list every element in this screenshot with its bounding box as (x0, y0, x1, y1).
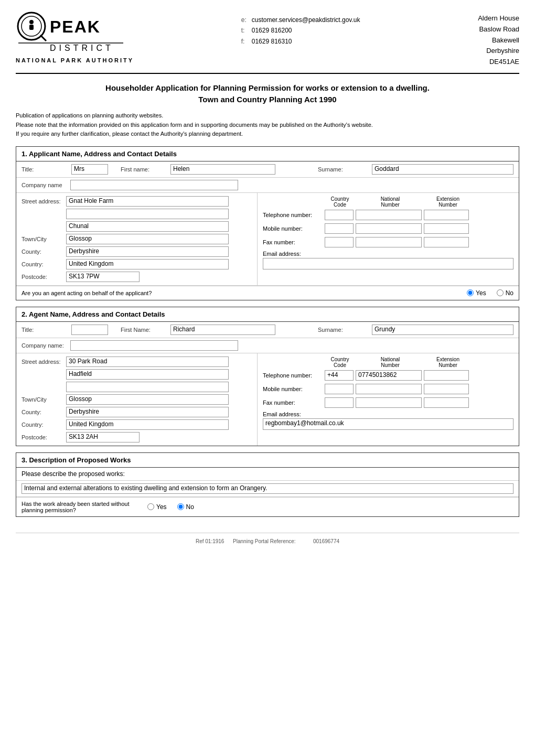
s2-fax-ext[interactable] (424, 397, 469, 408)
doc-title-line2: Town and Country Planning Act 1990 (16, 94, 519, 106)
svg-rect-4 (29, 25, 34, 30)
s2-postcode-label: Postcode: (22, 434, 66, 440)
s2-mob-cc[interactable] (325, 384, 354, 394)
s1-tel-cc[interactable] (325, 210, 354, 220)
s1-street2-row (22, 209, 252, 219)
s3-started-yes-option[interactable]: Yes (147, 503, 167, 511)
s2-title-input[interactable] (71, 325, 108, 335)
s1-tel-ext[interactable] (424, 210, 469, 220)
s1-agent-yes-option[interactable]: Yes (467, 289, 486, 297)
s2-country-input[interactable]: United Kingdom (66, 419, 229, 430)
s1-company-input[interactable] (70, 180, 238, 190)
s1-title-input[interactable]: Mrs (71, 164, 108, 175)
s3-started-no-option[interactable]: No (177, 503, 194, 511)
s2-county-input[interactable]: Derbyshire (66, 407, 229, 417)
s1-surname-input[interactable]: Goddard (372, 164, 513, 175)
s1-agent-no-radio[interactable] (497, 289, 504, 296)
s2-fax-nat[interactable] (356, 397, 422, 408)
s1-tel-nat[interactable] (356, 210, 422, 220)
notice-line2: Please note that the information provide… (16, 121, 519, 130)
s1-agent-no-label: No (506, 289, 513, 297)
s2-mob-label: Mobile number: (263, 386, 325, 392)
s3-desc-input[interactable]: Internal and external alterations to exi… (22, 483, 513, 494)
s2-fax-label: Fax number: (263, 399, 325, 406)
s3-started-yes-label: Yes (156, 503, 167, 511)
s1-nat-header: NationalNumber (357, 196, 423, 208)
s1-county-input[interactable]: Derbyshire (66, 246, 229, 257)
s1-mob-ext[interactable] (424, 223, 469, 234)
footer: Ref 01:1916 Planning Portal Reference: 0… (16, 533, 519, 544)
section3: 3. Description of Proposed Works Please … (16, 452, 519, 517)
s1-email-input[interactable] (263, 258, 513, 269)
s1-firstname-input[interactable]: Helen (170, 164, 275, 175)
s2-email-input[interactable]: regbombay1@hotmail.co.uk (263, 418, 513, 430)
s2-left-col: Street address: 30 Park Road Hadfield To… (16, 353, 258, 446)
s2-nat-header: NationalNumber (357, 357, 423, 368)
s1-company-row: Company name (16, 178, 519, 193)
section2: 2. Agent Name, Address and Contact Detai… (16, 307, 519, 446)
s2-surname-label: Surname: (318, 327, 362, 333)
s2-tel-nat[interactable]: 07745013862 (356, 370, 422, 381)
s2-ext-header: ExtensionNumber (425, 357, 470, 368)
s2-street3-input[interactable] (66, 382, 229, 392)
s1-agent-yes-radio[interactable] (467, 289, 474, 296)
s2-surname-input[interactable]: Grundy (372, 325, 513, 335)
s3-started-yes-radio[interactable] (147, 503, 154, 510)
logo-area: PEAK DISTRICT NATIONAL PARK AUTHORITY (16, 10, 134, 63)
s2-firstname-input[interactable]: Richard (170, 325, 275, 335)
s2-mob-ext[interactable] (424, 384, 469, 394)
s1-street-row: Street address: Gnat Hole Farm (22, 196, 252, 207)
s1-fax-ext[interactable] (424, 237, 469, 247)
s2-phone-headers: CountryCode NationalNumber ExtensionNumb… (263, 357, 513, 368)
s1-country-input[interactable]: United Kingdom (66, 259, 229, 269)
s2-town-input[interactable]: Glossop (66, 394, 229, 405)
s1-town-row: Town/City Glossop (22, 234, 252, 244)
s1-tel-row: Telephone number: (263, 210, 513, 220)
addr-line4: Derbyshire (478, 46, 519, 57)
s1-postcode-label: Postcode: (22, 274, 66, 280)
s2-fax-cc[interactable] (325, 397, 354, 408)
s1-mob-cc[interactable] (325, 223, 354, 234)
section1: 1. Applicant Name, Address and Contact D… (16, 146, 519, 300)
svg-text:PEAK: PEAK (50, 17, 101, 36)
s1-agent-question: Are you an agent acting on behalf of the… (22, 290, 456, 296)
footer-portal-label: Planning Portal Reference: (233, 538, 296, 544)
s2-street2-input[interactable]: Hadfield (66, 369, 229, 380)
footer-ref: Ref 01:1916 (196, 538, 224, 544)
page: PEAK DISTRICT NATIONAL PARK AUTHORITY e:… (0, 0, 535, 756)
fax-prefix: f: (241, 36, 249, 47)
s2-company-input[interactable] (70, 340, 238, 351)
s2-country-row: Country: United Kingdom (22, 419, 252, 430)
s1-mob-nat[interactable] (356, 223, 422, 234)
section1-title: 1. Applicant Name, Address and Contact D… (16, 147, 519, 161)
s1-fax-row: Fax number: (263, 237, 513, 247)
s1-fax-nat[interactable] (356, 237, 422, 247)
s2-street-row: Street address: 30 Park Road (22, 357, 252, 367)
s1-ext-header: ExtensionNumber (425, 196, 470, 208)
s1-postcode-input[interactable]: SK13 7PW (66, 272, 140, 282)
s1-street2-input[interactable] (66, 209, 229, 219)
s1-addr-phone-block: Street address: Gnat Hole Farm Chunal To… (16, 193, 519, 286)
s2-tel-row: Telephone number: +44 07745013862 (263, 370, 513, 381)
footer-portal-value: 001696774 (313, 538, 339, 544)
s2-country-label: Country: (22, 422, 66, 428)
s3-started-no-radio[interactable] (177, 503, 184, 510)
s1-street1-input[interactable]: Gnat Hole Farm (66, 196, 229, 207)
s1-county-label: County: (22, 249, 66, 255)
contact-area: e: customer.services@peakdistrict.gov.uk… (241, 10, 360, 47)
s2-street1-input[interactable]: 30 Park Road (66, 357, 229, 367)
s1-country-label: Country: (22, 261, 66, 267)
s2-tel-ext[interactable] (424, 370, 469, 381)
s1-town-input[interactable]: Glossop (66, 234, 229, 244)
s2-postcode-input[interactable]: SK13 2AH (66, 432, 140, 442)
s1-street3-input[interactable]: Chunal (66, 221, 229, 232)
s1-fax-cc[interactable] (325, 237, 354, 247)
svg-text:DISTRICT: DISTRICT (50, 44, 114, 52)
s2-tel-cc[interactable]: +44 (325, 370, 354, 381)
s2-mob-nat[interactable] (356, 384, 422, 394)
s1-agent-no-option[interactable]: No (497, 289, 513, 297)
s3-desc-prompt: Please describe the proposed works: (22, 470, 125, 478)
s1-phone-headers: CountryCode NationalNumber ExtensionNumb… (263, 196, 513, 208)
s1-fax-label: Fax number: (263, 239, 325, 245)
s1-agent-yes-label: Yes (476, 289, 486, 297)
